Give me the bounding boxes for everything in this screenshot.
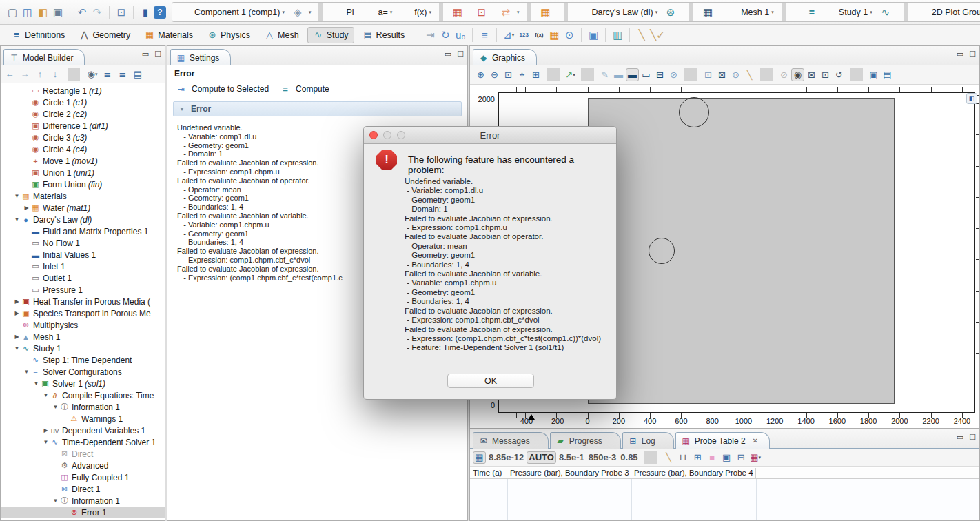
deselect-icon[interactable]: ⊘ <box>667 68 680 81</box>
reset-desktop-icon[interactable]: ⊡ <box>114 6 128 19</box>
statistics-icon[interactable]: ▥ <box>611 28 624 42</box>
compute-to-selected-icon[interactable]: ⇥ <box>423 28 437 42</box>
open-folder-icon[interactable]: ◧ <box>36 6 50 19</box>
decimal-notation-icon[interactable]: 0.85 <box>619 451 639 464</box>
tree-item-water[interactable]: ▶ ▦ Water (mat1) <box>1 202 165 214</box>
view-axes-icon[interactable]: ↗▾ <box>564 68 577 81</box>
mesh-selector[interactable]: Mesh 1▾ <box>723 3 776 21</box>
tree-item-dependent-variables-1[interactable]: ▶ uv Dependent Variables 1 <box>1 425 165 436</box>
tree-item-difference-1[interactable]: ▣ Difference 1 (dif1) <box>1 120 165 132</box>
tree-item-circle-1[interactable]: ◉ Circle 1 (c1) <box>1 96 165 108</box>
plot-info-button[interactable]: ◧ <box>966 93 977 104</box>
plot-group-icon[interactable]: ⊿▾ <box>502 28 515 42</box>
import-icon[interactable]: ⊡ <box>473 3 495 21</box>
tree-expander-icon[interactable]: ▼ <box>13 345 21 351</box>
move-up-icon[interactable]: ↑ <box>34 68 46 81</box>
component-selector[interactable]: Component 1 (comp1)▾ <box>176 3 287 21</box>
compute-icon[interactable]: = <box>791 3 819 21</box>
study-icon[interactable]: ∿ <box>877 3 899 21</box>
minimize-button[interactable]: ▭ <box>445 50 451 59</box>
reset-hiding-icon[interactable]: ↺ <box>833 68 846 81</box>
add-material-icon[interactable]: ▦ <box>536 3 558 21</box>
tree-item-information-1[interactable]: ▼ ⓘ Information 1 <box>1 401 165 413</box>
save-icon[interactable]: ▣ <box>51 6 65 19</box>
parameters-button[interactable]: Pi <box>328 3 358 21</box>
tab-messages[interactable]: ✉Messages <box>473 432 549 449</box>
undo-icon[interactable]: ↶ <box>75 6 89 19</box>
select-edges-icon[interactable]: ⊟ <box>653 68 666 81</box>
zoom-box-icon[interactable]: ⊡ <box>502 68 515 81</box>
tab-probe-table-2[interactable]: ▦Probe Table 2✕ <box>675 432 770 449</box>
export-icon[interactable]: ⊟ <box>735 451 748 464</box>
show-default-solver-icon[interactable]: ≡ <box>478 28 491 42</box>
tree-item-error-1[interactable]: ⊗ Error 1 <box>1 507 165 518</box>
maximize-button[interactable]: ☐ <box>969 433 976 442</box>
show-options-icon[interactable]: ◉▾ <box>86 68 99 81</box>
move-down-icon[interactable]: ↓ <box>49 68 61 81</box>
tree-item-initial-values-1[interactable]: ▬ Initial Values 1 <box>1 249 165 260</box>
maximize-button[interactable]: ☐ <box>154 50 161 59</box>
tree-item-direct-1[interactable]: ⊠ Direct 1 <box>1 483 165 495</box>
update-solution-icon[interactable]: ↻ <box>438 28 452 42</box>
minimize-button[interactable]: ▭ <box>142 50 149 59</box>
collapse-all-icon[interactable]: ≣ <box>101 68 114 81</box>
build-all-icon[interactable]: ▦ <box>449 3 471 21</box>
tree-item-no-flow-1[interactable]: ▭ No Flow 1 <box>1 237 165 249</box>
tree-item-form-union[interactable]: ▣ Form Union (fin) <box>1 178 165 190</box>
tree-item-multiphysics[interactable]: ⊛ Multiphysics <box>1 319 165 331</box>
tree-item-study-1[interactable]: ▼ ∿ Study 1 <box>1 343 165 354</box>
hide-objects-icon[interactable]: ⊘ <box>777 68 790 81</box>
tree-item-inlet-1[interactable]: ▭ Inlet 1 <box>1 260 165 272</box>
tree-item-outlet-1[interactable]: ▭ Outlet 1 <box>1 272 165 284</box>
plot-in-graphics-icon[interactable]: ⊙ <box>562 28 576 42</box>
ribbon-tab-study[interactable]: ∿Study <box>307 27 354 43</box>
go-forward-icon[interactable]: → <box>19 68 31 81</box>
error-section-header[interactable]: ▼ Error <box>173 101 462 116</box>
copy-table-icon[interactable]: ▣ <box>720 451 733 464</box>
tree-expander-icon[interactable]: ▼ <box>42 439 50 445</box>
ribbon-tab-definitions[interactable]: ≡Definitions <box>6 27 70 43</box>
geometry-rectangle[interactable] <box>588 98 895 404</box>
close-icon[interactable]: ✕ <box>753 437 758 445</box>
tree-expander-icon[interactable]: ▶ <box>42 427 50 433</box>
tree-expander-icon[interactable]: ▶ <box>23 205 30 211</box>
tree-expander-icon[interactable]: ▼ <box>23 369 30 375</box>
functions-button[interactable]: f(x)▾ <box>396 3 433 21</box>
select-sketch-icon[interactable]: ✎ <box>598 68 611 81</box>
tree-expander-icon[interactable]: ▼ <box>13 216 21 223</box>
column-header[interactable]: Pressure (bar), Boundary Probe 4 <box>631 468 756 478</box>
tree-item-compile-equations[interactable]: ▼ ∂ Compile Equations: Time <box>1 389 165 401</box>
table-menu-icon[interactable]: ▦▾ <box>749 451 762 464</box>
zoom-selected-icon[interactable]: ⊞ <box>529 68 542 81</box>
compute-to-selected-button[interactable]: ⇥Compute to Selected <box>174 82 269 96</box>
maximize-button[interactable]: ☐ <box>457 50 464 59</box>
box-select-icon[interactable]: ⊡ <box>702 68 715 81</box>
engineering-notation-icon[interactable]: 850e-3 <box>587 451 617 464</box>
physics-selector[interactable]: Darcy's Law (dl)▾ <box>573 3 660 21</box>
clear-solutions-icon[interactable]: ╲ <box>635 28 649 42</box>
column-header[interactable]: Time (a) <box>470 468 507 478</box>
camera-icon[interactable]: ▣ <box>867 68 880 81</box>
settings-tab[interactable]: ▦Settings <box>170 49 231 65</box>
select-domains-icon[interactable]: ▬ <box>626 68 639 81</box>
tree-item-heat-transfer[interactable]: ▶ ▣ Heat Transfer in Porous Media ( <box>1 296 165 307</box>
tab-progress[interactable]: ▰Progress <box>550 432 621 449</box>
redo-icon[interactable]: ↷ <box>90 6 104 19</box>
ok-button[interactable]: OK <box>447 374 534 388</box>
get-initial-value-icon[interactable]: u₀ <box>453 28 467 42</box>
node-text-icon[interactable]: ▤ <box>132 68 144 81</box>
minimize-button[interactable]: ▭ <box>957 433 963 442</box>
box-deselect-icon[interactable]: ⊠ <box>715 68 728 81</box>
table-settings-icon[interactable]: ▦ <box>473 451 486 464</box>
tree-item-direct[interactable]: ⊠ Direct <box>1 448 165 460</box>
probe-table-body[interactable] <box>470 479 979 520</box>
tree-item-mesh-1[interactable]: ▶ ▲ Mesh 1 <box>1 331 165 343</box>
brush-select-icon[interactable]: ╲ <box>743 68 756 81</box>
tree-item-solver-configurations[interactable]: ▼ ≡ Solver Configurations <box>1 366 165 378</box>
derived-values-icon[interactable]: 123 <box>517 28 531 42</box>
lasso-select-icon[interactable]: ⊚ <box>729 68 742 81</box>
tree-item-circle-3[interactable]: ◉ Circle 3 (c3) <box>1 132 165 143</box>
ribbon-tab-mesh[interactable]: △Mesh <box>258 27 305 43</box>
tree-item-union-1[interactable]: ▣ Union 1 (uni1) <box>1 167 165 178</box>
select-boundaries-icon[interactable]: ▭ <box>640 68 653 81</box>
